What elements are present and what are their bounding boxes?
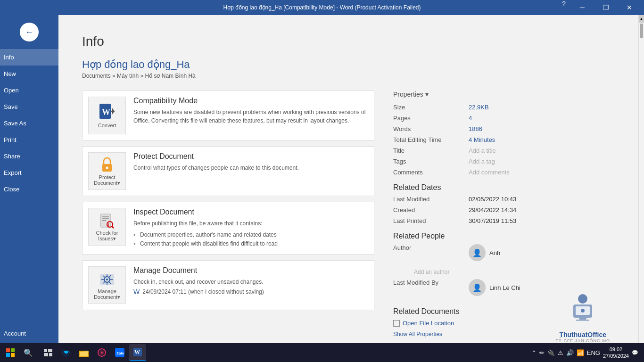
back-button[interactable]: ← (20, 23, 39, 41)
word-convert-icon: W (99, 103, 116, 123)
file-location-icon (393, 320, 400, 327)
sidebar-item-print[interactable]: Print (0, 132, 58, 148)
scroll-thumb[interactable] (640, 24, 643, 38)
sidebar-item-save-as[interactable]: Save As (0, 115, 58, 132)
page-title: Info (82, 34, 615, 49)
tray-lang[interactable]: ENG (587, 349, 600, 356)
sidebar-item-export[interactable]: Export (0, 165, 58, 181)
start-button[interactable] (2, 344, 19, 361)
scrollbar[interactable]: ▲ ▼ (638, 15, 644, 362)
document-title: Hợp đồng lao động_Ha (82, 58, 615, 71)
svg-rect-23 (11, 348, 15, 352)
prop-value-words: 1886 (469, 125, 482, 132)
inspect-desc: Before publishing this file, be aware th… (133, 219, 368, 228)
protect-button[interactable]: Protect Document▾ (88, 152, 126, 190)
inspect-title: Inspect Document (133, 208, 368, 216)
properties-table: Size 22.9KB Pages 4 Words 1886 Total Edi… (393, 104, 615, 176)
sidebar-item-close[interactable]: Close (0, 181, 58, 197)
watermark-sub: TỶ CFF JAN CÔNG MO (556, 338, 611, 343)
taskbar-app-edge[interactable] (58, 344, 74, 361)
tray-wifi-icon[interactable]: 📶 (577, 349, 584, 356)
properties-header[interactable]: Properties ▾ (393, 90, 615, 98)
prop-label-last-printed: Last Printed (393, 217, 469, 224)
title-bar-title: Hợp đồng lao động_Ha [Compatibility Mode… (223, 4, 421, 11)
prop-value-last-printed: 30/07/2019 11:53 (469, 217, 516, 224)
sidebar-item-share[interactable]: Share (0, 148, 58, 165)
prop-label-author: Author (393, 244, 469, 265)
sidebar-item-open[interactable]: Open (0, 82, 58, 99)
prop-row-words: Words 1886 (393, 125, 615, 132)
manage-icon (99, 271, 116, 288)
svg-text:W: W (102, 107, 110, 117)
help-button[interactable]: ? (562, 0, 566, 15)
svg-rect-20 (579, 318, 586, 320)
tray-network-icon[interactable]: 🔌 (547, 349, 555, 356)
scroll-up[interactable]: ▲ (639, 15, 644, 23)
svg-point-5 (106, 166, 108, 169)
taskbar-clock[interactable]: 09:02 27/09/2024 (603, 346, 629, 360)
inspect-list: Document properties, author's name and r… (133, 230, 368, 248)
prop-row-last-printed: Last Printed 30/07/2019 11:53 (393, 217, 615, 224)
notification-icon[interactable]: 💬 (632, 350, 638, 356)
inspect-icon: ! (99, 212, 116, 230)
manage-title: Manage Document (133, 266, 368, 275)
related-dates-title: Related Dates (393, 183, 615, 192)
prop-row-author: Author 👤 Anh (393, 244, 615, 265)
convert-desc: Some new features are disabled to preven… (133, 108, 368, 125)
author-row: 👤 Anh (469, 244, 500, 261)
taskbar-date-text: 27/09/2024 (603, 353, 629, 359)
sidebar: ← Info New Open Save Save As Print Share… (0, 15, 58, 362)
convert-button[interactable]: W Convert (88, 97, 126, 134)
tray-pen-icon[interactable]: ✏ (539, 349, 545, 356)
taskbar-app-zalo[interactable]: Zalo (111, 344, 128, 361)
prop-value-tags[interactable]: Add a tag (469, 158, 495, 165)
tray-chevron[interactable]: ⌃ (531, 349, 537, 356)
author-avatar: 👤 (469, 244, 486, 261)
prop-value-size: 22.9KB (469, 104, 489, 111)
svg-rect-31 (80, 352, 88, 356)
close-button[interactable]: ✕ (619, 0, 640, 15)
inspect-list-item: Document properties, author's name and r… (133, 230, 368, 239)
taskbar-app-paint[interactable] (93, 344, 110, 361)
svg-point-16 (578, 294, 587, 304)
minimize-button[interactable]: ─ (571, 0, 593, 15)
watermark-svg (564, 291, 602, 329)
breadcrumb: Documents » Máy tính » Hồ sơ Nam Bình Hà (82, 73, 615, 79)
svg-rect-27 (48, 349, 52, 352)
prop-value-comments[interactable]: Add comments (469, 169, 510, 176)
app-body: ← Info New Open Save Save As Print Share… (0, 15, 644, 362)
sidebar-item-info[interactable]: Info (0, 49, 58, 66)
inspect-card: ! Check for Issues▾ Inspect Document Bef… (82, 202, 374, 255)
manage-desc: Check in, check out, and recover unsaved… (133, 278, 368, 286)
svg-point-15 (106, 279, 108, 280)
main-content: W Convert Compatibility Mode Some new fe… (82, 90, 615, 345)
sidebar-item-new[interactable]: New (0, 66, 58, 82)
prop-label-size: Size (393, 104, 469, 111)
tray-warning-icon[interactable]: ⚠ (558, 349, 563, 356)
prop-row-comments: Comments Add comments (393, 169, 615, 176)
prop-value-title[interactable]: Add a title (469, 147, 496, 154)
manage-button[interactable]: Manage Document▾ (88, 266, 126, 304)
taskbar-tray: ⌃ ✏ 🔌 ⚠ 🔊 📶 ENG 09:02 27/09/2024 💬 (531, 346, 642, 360)
prop-row-pages: Pages 4 (393, 115, 615, 122)
taskbar-search-button[interactable]: 🔍 (20, 344, 37, 361)
prop-row-title: Title Add a title (393, 147, 615, 154)
protect-card: Protect Document▾ Protect Document Contr… (82, 146, 374, 196)
sidebar-item-save[interactable]: Save (0, 99, 58, 115)
sidebar-item-account[interactable]: Account (0, 325, 58, 342)
manage-content: Manage Document Check in, check out, and… (133, 266, 368, 296)
taskbar-app-task-view[interactable] (40, 344, 57, 361)
taskbar-app-explorer[interactable] (75, 344, 92, 361)
protect-content: Protect Document Control what types of c… (133, 152, 368, 172)
restore-button[interactable]: ❐ (595, 0, 617, 15)
taskbar-time-text: 09:02 (603, 346, 629, 353)
svg-rect-22 (6, 348, 10, 352)
cards-section: W Convert Compatibility Mode Some new fe… (82, 90, 374, 345)
check-issues-label: Check for Issues▾ (91, 230, 124, 242)
taskbar-app-word[interactable]: W (129, 344, 146, 361)
inspect-button[interactable]: ! Check for Issues▾ (88, 208, 126, 246)
add-author-link[interactable]: Add an author (414, 269, 615, 275)
tray-sound-icon[interactable]: 🔊 (566, 349, 574, 356)
last-modified-avatar: 👤 (469, 279, 486, 296)
show-all-properties-link[interactable]: Show All Properties (393, 331, 442, 337)
